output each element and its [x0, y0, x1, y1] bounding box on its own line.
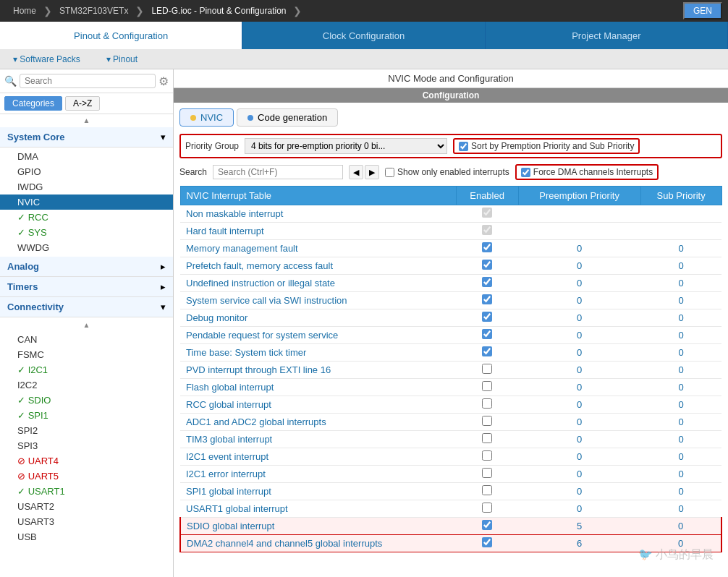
sidebar-item-spi2[interactable]: SPI2 [0, 423, 173, 438]
sidebar-item-uart5[interactable]: UART5 [0, 469, 173, 484]
sidebar-item-can[interactable]: CAN [0, 332, 173, 347]
interrupt-name[interactable]: PVD interrupt through EXTI line 16 [180, 362, 456, 379]
search-input[interactable] [20, 74, 156, 88]
interrupt-name[interactable]: Debug monitor [180, 309, 456, 327]
sidebar-item-gpio[interactable]: GPIO [0, 164, 173, 179]
enabled-checkbox[interactable] [482, 450, 492, 461]
tab-clock[interactable]: Clock Configuration [242, 22, 485, 49]
enabled-checkbox[interactable] [482, 520, 492, 530]
interrupt-name[interactable]: Flash global interrupt [180, 379, 456, 396]
interrupt-name[interactable]: DMA2 channel4 and channel5 global interr… [180, 535, 456, 552]
sidebar-item-sdio[interactable]: SDIO [0, 393, 173, 408]
sidebar-item-iwdg[interactable]: IWDG [0, 179, 173, 195]
breadcrumb-arrow-1: ❯ [43, 5, 52, 17]
timers-title: Timers [7, 281, 38, 292]
gear-icon[interactable]: ⚙ [158, 74, 169, 88]
preemption-value: 0 [518, 292, 640, 309]
sidebar-item-nvic[interactable]: NVIC [0, 195, 173, 210]
breadcrumb-file[interactable]: LED-G.ioc - Pinout & Configuration [144, 3, 293, 19]
search-prev-button[interactable]: ◀ [349, 165, 363, 179]
enabled-checkbox[interactable] [482, 260, 492, 270]
force-dma-checkbox[interactable] [521, 168, 530, 177]
enabled-checkbox[interactable] [482, 225, 492, 235]
gen-button[interactable]: GEN [683, 2, 722, 20]
nvic-tab-codegen[interactable]: Code generation [237, 108, 338, 127]
interrupt-name[interactable]: System service call via SWI instruction [180, 292, 456, 309]
interrupt-name[interactable]: USART1 global interrupt [180, 500, 456, 518]
enabled-checkbox[interactable] [482, 503, 492, 513]
scroll-up-arrow[interactable]: ▲ [83, 116, 90, 126]
sidebar-item-i2c2[interactable]: I2C2 [0, 377, 173, 393]
interrupt-name[interactable]: TIM3 global interrupt [180, 431, 456, 448]
show-enabled-checkbox[interactable] [385, 168, 394, 177]
sidebar-tab-categories[interactable]: Categories [4, 96, 62, 111]
sidebar-item-usart1[interactable]: USART1 [0, 484, 173, 499]
breadcrumb-home[interactable]: Home [6, 3, 43, 19]
sub-tab-software[interactable]: ▾ Software Packs [0, 49, 93, 69]
enabled-checkbox[interactable] [482, 381, 492, 391]
sidebar-tab-az[interactable]: A->Z [65, 96, 100, 111]
sidebar-item-wwdg[interactable]: WWDG [0, 240, 173, 255]
enabled-checkbox[interactable] [482, 485, 492, 495]
sidebar-item-rcc[interactable]: RCC [0, 210, 173, 225]
sidebar-item-usb[interactable]: USB [0, 529, 173, 544]
interrupt-name[interactable]: Memory management fault [180, 240, 456, 257]
sidebar-item-dma[interactable]: DMA [0, 149, 173, 164]
sidebar-item-usart3[interactable]: USART3 [0, 514, 173, 529]
sub-tab-pinout[interactable]: ▾ Pinout [93, 49, 151, 69]
interrupt-name[interactable]: Hard fault interrupt [180, 223, 456, 240]
interrupt-name[interactable]: Pendable request for system service [180, 327, 456, 344]
sidebar-item-i2c1[interactable]: I2C1 [0, 362, 173, 377]
priority-group-select[interactable]: 4 bits for pre-emption priority 0 bi... [245, 138, 447, 154]
sidebar-item-sys[interactable]: SYS [0, 225, 173, 240]
table-row: Flash global interrupt00 [180, 379, 721, 396]
enabled-checkbox[interactable] [482, 294, 492, 304]
enabled-checkbox[interactable] [482, 433, 492, 443]
interrupt-name[interactable]: Undefined instruction or illegal state [180, 275, 456, 292]
enabled-checkbox[interactable] [482, 277, 492, 287]
enabled-checkbox[interactable] [482, 398, 492, 409]
enabled-checkbox[interactable] [482, 242, 492, 252]
enabled-checkbox[interactable] [482, 364, 492, 374]
search-next-button[interactable]: ▶ [365, 165, 379, 179]
enabled-checkbox[interactable] [482, 208, 492, 218]
enabled-checkbox[interactable] [482, 468, 492, 478]
breadcrumb-mcu[interactable]: STM32F103VETx [52, 3, 135, 19]
interrupt-name[interactable]: Prefetch fault, memory access fault [180, 257, 456, 275]
config-header: Configuration [174, 88, 728, 103]
interrupt-name[interactable]: I2C1 event interrupt [180, 448, 456, 466]
nvic-tab-nvic[interactable]: NVIC [179, 108, 234, 127]
enabled-checkbox[interactable] [482, 537, 492, 547]
nvic-tabs: NVIC Code generation [179, 108, 722, 127]
sidebar-item-uart4[interactable]: UART4 [0, 453, 173, 469]
sidebar-item-fsmc[interactable]: FSMC [0, 347, 173, 362]
enabled-checkbox[interactable] [482, 329, 492, 339]
sidebar-item-spi1[interactable]: SPI1 [0, 408, 173, 423]
enabled-checkbox[interactable] [482, 346, 492, 356]
interrupt-name[interactable]: ADC1 and ADC2 global interrupts [180, 414, 456, 431]
sidebar-item-spi3[interactable]: SPI3 [0, 438, 173, 453]
interrupt-name[interactable]: RCC global interrupt [180, 396, 456, 414]
main-layout: 🔍 ⚙ Categories A->Z ▲ System Core ▾ DMA … [0, 69, 728, 577]
interrupt-name[interactable]: I2C1 error interrupt [180, 466, 456, 483]
tab-project[interactable]: Project Manager [486, 22, 728, 49]
interrupt-name[interactable]: SPI1 global interrupt [180, 483, 456, 500]
interrupt-name[interactable]: Non maskable interrupt [180, 205, 456, 223]
search-field[interactable] [213, 165, 343, 179]
interrupt-name[interactable]: SDIO global interrupt [180, 518, 456, 535]
enabled-checkbox[interactable] [482, 416, 492, 426]
sidebar-item-usart2[interactable]: USART2 [0, 499, 173, 514]
table-row: RCC global interrupt00 [180, 396, 721, 414]
sidebar-timers-header[interactable]: Timers ▸ [0, 277, 173, 297]
sidebar-systemcore-header[interactable]: System Core ▾ [0, 127, 173, 148]
interrupt-name[interactable]: Time base: System tick timer [180, 344, 456, 362]
nvic-tab-label: NVIC [200, 112, 223, 123]
conn-scroll-up[interactable]: ▲ [83, 320, 90, 330]
show-enabled-label: Show only enabled interrupts [397, 167, 509, 177]
top-tabs: Pinout & Configuration Clock Configurati… [0, 22, 728, 49]
sidebar-connectivity-header[interactable]: Connectivity ▾ [0, 297, 173, 317]
enabled-checkbox[interactable] [482, 312, 492, 322]
tab-pinout[interactable]: Pinout & Configuration [0, 22, 242, 49]
sidebar-analog-header[interactable]: Analog ▸ [0, 257, 173, 277]
sort-checkbox[interactable] [459, 142, 468, 151]
